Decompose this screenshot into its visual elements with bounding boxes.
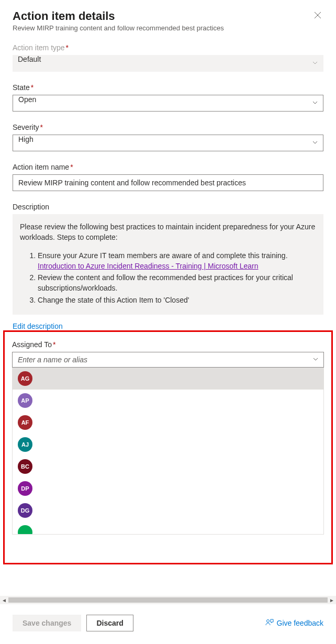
scroll-left-arrow[interactable]: ◄ — [0, 596, 8, 604]
person-item[interactable]: AG — [13, 368, 323, 390]
avatar: AP — [18, 393, 32, 408]
close-button[interactable] — [312, 9, 323, 23]
assigned-label: Assigned To* — [12, 340, 324, 349]
avatar: AF — [18, 415, 32, 430]
description-label: Description — [13, 203, 323, 211]
severity-label: Severity* — [13, 123, 323, 131]
training-link[interactable]: Introduction to Azure Incident Readiness… — [38, 262, 259, 270]
avatar: DG — [18, 503, 32, 518]
page-subtitle: Review MIRP training content and follow … — [13, 24, 224, 32]
feedback-link[interactable]: Give feedback — [265, 618, 324, 628]
person-item[interactable]: BC — [13, 456, 323, 478]
close-icon — [314, 12, 321, 20]
state-label: State* — [13, 83, 323, 92]
horizontal-scrollbar[interactable]: ◄ ► — [0, 596, 336, 604]
feedback-icon — [265, 618, 274, 628]
person-item[interactable] — [13, 521, 323, 535]
discard-button[interactable]: Discard — [86, 615, 133, 631]
assigned-input[interactable]: Enter a name or alias — [12, 352, 324, 368]
person-item[interactable]: DP — [13, 478, 323, 499]
description-content: Please review the following best practic… — [13, 214, 323, 315]
avatar: AJ — [18, 437, 32, 452]
avatar: DP — [18, 481, 32, 496]
edit-description-link[interactable]: Edit description — [13, 322, 63, 330]
person-item[interactable]: DG — [13, 499, 323, 521]
avatar: BC — [18, 459, 32, 474]
assigned-to-highlight: Assigned To* Enter a name or alias AGAPA… — [3, 330, 333, 564]
save-button[interactable]: Save changes — [13, 615, 81, 631]
avatar — [18, 525, 32, 535]
person-item[interactable]: AJ — [13, 434, 323, 456]
type-label: Action item type* — [13, 43, 323, 52]
name-input[interactable] — [13, 174, 323, 191]
severity-select[interactable]: High — [13, 135, 323, 151]
name-label: Action item name* — [13, 163, 323, 171]
person-item[interactable]: AF — [13, 412, 323, 434]
type-select: Default — [13, 55, 323, 72]
page-title: Action item details — [13, 9, 224, 23]
assigned-dropdown[interactable]: AGAPAFAJBCDPDG — [12, 368, 324, 535]
state-select[interactable]: Open — [13, 95, 323, 112]
scroll-right-arrow[interactable]: ► — [328, 596, 336, 604]
person-item[interactable]: AP — [13, 390, 323, 412]
svg-point-2 — [266, 619, 269, 622]
avatar: AG — [18, 371, 32, 386]
